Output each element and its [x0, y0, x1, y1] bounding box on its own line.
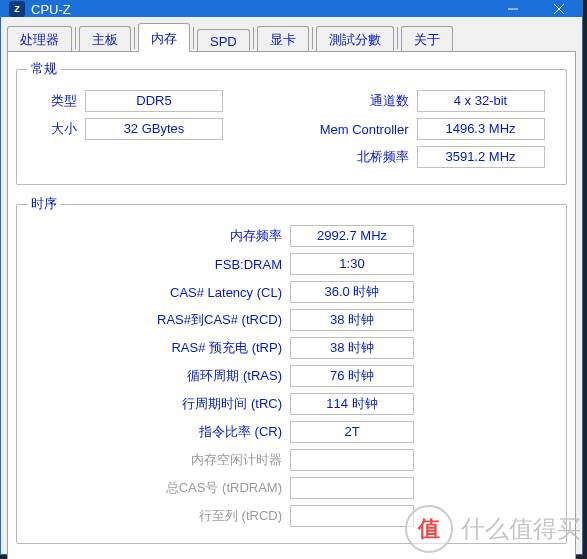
timing-row: FSB:DRAM1:30 — [95, 253, 556, 275]
group-timings: 时序 内存频率2992.7 MHzFSB:DRAM1:30CAS# Latenc… — [16, 195, 567, 544]
value-type: DDR5 — [85, 90, 223, 112]
timing-label: 指令比率 (CR) — [95, 423, 290, 441]
timing-label: 总CAS号 (tRDRAM) — [95, 479, 290, 497]
timing-value: 38 时钟 — [290, 309, 414, 331]
tab-separator — [134, 27, 135, 49]
label-size: 大小 — [27, 120, 85, 138]
tab-graphics[interactable]: 显卡 — [257, 26, 309, 52]
timing-row: CAS# Latency (CL)36.0 时钟 — [95, 281, 556, 303]
group-general-legend: 常规 — [27, 60, 61, 78]
value-mem-controller: 1496.3 MHz — [417, 118, 545, 140]
window-title: CPU-Z — [31, 2, 490, 17]
timing-row: 指令比率 (CR)2T — [95, 421, 556, 443]
tab-separator — [253, 27, 254, 49]
tab-spd[interactable]: SPD — [197, 29, 250, 52]
app-icon: Z — [9, 1, 25, 17]
timing-label: FSB:DRAM — [95, 257, 290, 272]
timing-label: RAS# 预充电 (tRP) — [95, 339, 290, 357]
tab-bar: 处理器 主板 内存 SPD 显卡 測試分數 关于 — [1, 17, 582, 51]
timing-label: 内存频率 — [95, 227, 290, 245]
timing-row: RAS# 预充电 (tRP)38 时钟 — [95, 337, 556, 359]
tab-panel-memory: 常规 类型 DDR5 大小 32 GBytes 通道数 4 x 32-bit — [7, 51, 576, 559]
timing-value: 114 时钟 — [290, 393, 414, 415]
tab-bench[interactable]: 測試分數 — [316, 26, 394, 52]
tab-separator — [193, 27, 194, 49]
close-button[interactable] — [536, 1, 582, 17]
timing-value — [290, 477, 414, 499]
timing-label: 循环周期 (tRAS) — [95, 367, 290, 385]
timing-value: 2T — [290, 421, 414, 443]
tab-memory[interactable]: 内存 — [138, 23, 190, 52]
timing-row: 内存空闲计时器 — [95, 449, 556, 471]
tab-mainboard[interactable]: 主板 — [79, 26, 131, 52]
timing-value — [290, 505, 414, 527]
timing-row: RAS#到CAS# (tRCD)38 时钟 — [95, 309, 556, 331]
timing-value: 38 时钟 — [290, 337, 414, 359]
timing-value: 76 时钟 — [290, 365, 414, 387]
timing-row: 行至列 (tRCD) — [95, 505, 556, 527]
app-window: Z CPU-Z 处理器 主板 内存 SPD 显卡 測試分數 关于 常规 — [0, 0, 583, 555]
timing-label: 行至列 (tRCD) — [95, 507, 290, 525]
tab-separator — [397, 27, 398, 49]
titlebar[interactable]: Z CPU-Z — [1, 1, 582, 17]
tab-separator — [312, 27, 313, 49]
group-general: 常规 类型 DDR5 大小 32 GBytes 通道数 4 x 32-bit — [16, 60, 567, 185]
timing-row: 循环周期 (tRAS)76 时钟 — [95, 365, 556, 387]
timing-row: 总CAS号 (tRDRAM) — [95, 477, 556, 499]
timing-label: CAS# Latency (CL) — [95, 285, 290, 300]
label-nb-freq: 北桥频率 — [297, 148, 417, 166]
tab-separator — [75, 27, 76, 49]
timing-label: 内存空闲计时器 — [95, 451, 290, 469]
value-channels: 4 x 32-bit — [417, 90, 545, 112]
timing-row: 内存频率2992.7 MHz — [95, 225, 556, 247]
label-type: 类型 — [27, 92, 85, 110]
minimize-button[interactable] — [490, 1, 536, 17]
timing-label: 行周期时间 (tRC) — [95, 395, 290, 413]
timing-value — [290, 449, 414, 471]
tab-cpu[interactable]: 处理器 — [7, 26, 72, 52]
timing-label: RAS#到CAS# (tRCD) — [95, 311, 290, 329]
timing-value: 2992.7 MHz — [290, 225, 414, 247]
value-size: 32 GBytes — [85, 118, 223, 140]
timing-value: 1:30 — [290, 253, 414, 275]
label-mem-controller: Mem Controller — [297, 122, 417, 137]
window-controls — [490, 1, 582, 17]
label-channels: 通道数 — [297, 92, 417, 110]
tab-about[interactable]: 关于 — [401, 26, 453, 52]
timing-value: 36.0 时钟 — [290, 281, 414, 303]
value-nb-freq: 3591.2 MHz — [417, 146, 545, 168]
group-timings-legend: 时序 — [27, 195, 61, 213]
timing-row: 行周期时间 (tRC)114 时钟 — [95, 393, 556, 415]
